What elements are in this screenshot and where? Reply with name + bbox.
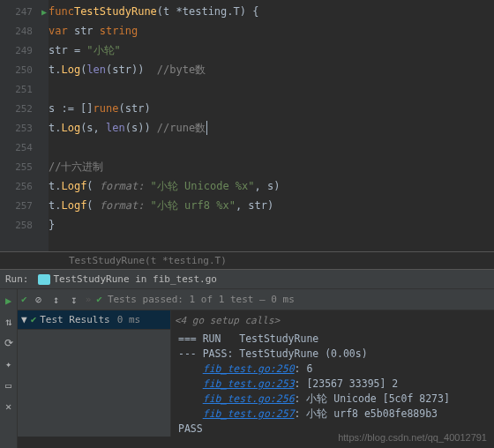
- line-number: 256: [15, 181, 33, 192]
- line-number: 247: [15, 6, 33, 18]
- expand-icon[interactable]: ↧: [68, 294, 80, 306]
- run-gutter-icon[interactable]: ▶: [41, 7, 47, 17]
- line-number: 252: [15, 103, 33, 115]
- layout-icon[interactable]: ▭: [3, 379, 15, 392]
- debug-icon[interactable]: ⟳: [3, 337, 15, 349]
- file-link[interactable]: fib_test.go:256: [203, 392, 295, 405]
- file-link[interactable]: fib_test.go:250: [203, 362, 295, 375]
- run-toolbar: ✔ ⊘ ↕ ↧ » ✔ Tests passed: 1 of 1 test – …: [18, 289, 494, 310]
- setup-calls[interactable]: <4 go setup calls>: [171, 310, 494, 330]
- pin-icon[interactable]: ✦: [3, 358, 15, 370]
- run-label: Run:: [5, 273, 29, 285]
- editor-caret: [206, 121, 207, 135]
- code-line: //十六进制: [49, 157, 494, 176]
- stop-icon[interactable]: ⊘: [33, 294, 45, 306]
- line-number: 254: [15, 142, 33, 153]
- code-line: t.Log(len(str)) //byte数: [49, 60, 494, 79]
- line-number: 249: [15, 45, 33, 56]
- code-line: t.Logf( format: "小轮 Unicode %x", s): [49, 176, 494, 196]
- code-line: }: [49, 215, 494, 235]
- code-line: [49, 79, 494, 99]
- code-line: var str string: [49, 21, 494, 41]
- line-number: 258: [15, 220, 33, 231]
- code-line: s := []rune(str): [49, 99, 494, 118]
- console-output[interactable]: === RUN TestStudyRune --- PASS: TestStud…: [171, 330, 494, 437]
- chevron-down-icon: ▼: [21, 314, 27, 325]
- gutter: 247▶ 248 249 250 251 252 253 254 255 256…: [0, 0, 49, 251]
- line-number: 257: [15, 200, 33, 212]
- file-link[interactable]: fib_test.go:257: [203, 407, 295, 420]
- tests-passed-label: Tests passed: 1 of 1 test – 0 ms: [108, 294, 295, 305]
- run-side-toolbar: ▶ ⇅ ⟳ ✦ ▭ ✕: [0, 289, 18, 448]
- file-link[interactable]: fib_test.go:253: [203, 377, 295, 390]
- check-icon[interactable]: ✔: [21, 294, 27, 305]
- go-file-icon: [38, 274, 50, 285]
- code-line: t.Log(s, len(s)) //rune数: [49, 118, 494, 138]
- line-number: 255: [15, 161, 33, 173]
- collapse-icon[interactable]: ↕: [50, 294, 63, 306]
- watermark: https://blog.csdn.net/qq_40012791: [338, 432, 487, 443]
- code-editor: 247▶ 248 249 250 251 252 253 254 255 256…: [0, 0, 494, 251]
- close-icon[interactable]: ✕: [3, 400, 15, 413]
- code-line: str = "小轮": [49, 41, 494, 60]
- run-panel: Run: TestStudyRune in fib_test.go ▶ ⇅ ⟳ …: [0, 269, 494, 448]
- code-line: t.Logf( format: "小轮 urf8 %x", str): [49, 196, 494, 215]
- toggle-icon[interactable]: ⇅: [3, 316, 15, 328]
- rerun-icon[interactable]: ▶: [3, 295, 15, 307]
- pass-check-icon: ✔: [96, 294, 102, 305]
- check-icon: ✔: [31, 314, 37, 325]
- code-line: func TestStudyRune(t *testing.T) {: [49, 2, 494, 21]
- code-line: [49, 138, 494, 157]
- line-number: 250: [15, 64, 33, 76]
- run-header: Run: TestStudyRune in fib_test.go: [0, 270, 494, 289]
- line-number: 248: [15, 26, 33, 37]
- breadcrumb[interactable]: TestStudyRune(t *testing.T): [0, 251, 494, 269]
- line-number: 253: [15, 123, 33, 134]
- run-config[interactable]: TestStudyRune in fib_test.go: [38, 273, 217, 285]
- line-number: 251: [15, 84, 33, 95]
- test-results-root[interactable]: ▼ ✔ Test Results 0 ms: [18, 310, 170, 330]
- code-area[interactable]: func TestStudyRune(t *testing.T) { var s…: [49, 0, 494, 251]
